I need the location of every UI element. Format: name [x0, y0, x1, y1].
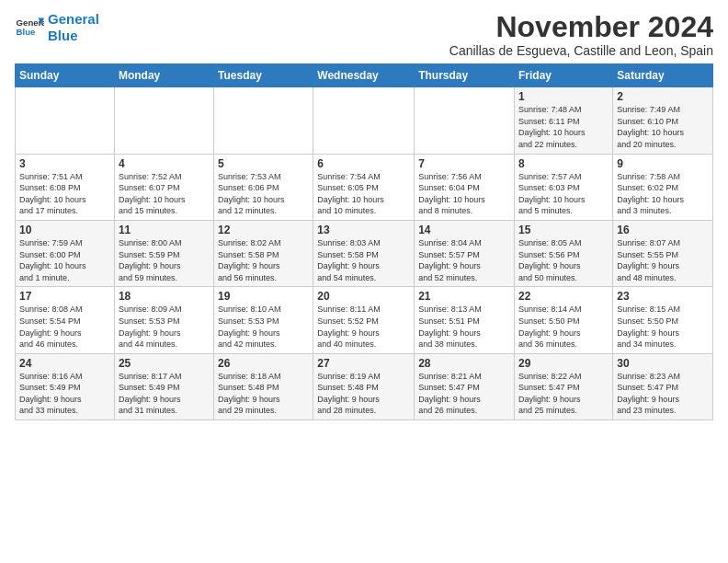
header-day-sunday: Sunday [16, 64, 115, 87]
day-info: Sunrise: 7:53 AMSunset: 6:06 PMDaylight:… [218, 171, 309, 217]
header-day-friday: Friday [515, 64, 613, 87]
day-info: Sunrise: 8:05 AMSunset: 5:56 PMDaylight:… [518, 237, 609, 283]
day-cell: 25Sunrise: 8:17 AMSunset: 5:49 PMDayligh… [114, 353, 213, 419]
day-cell [214, 87, 313, 154]
logo-icon: General Blue [15, 15, 44, 40]
day-number: 19 [218, 290, 309, 303]
day-cell: 19Sunrise: 8:10 AMSunset: 5:53 PMDayligh… [214, 287, 313, 353]
day-cell: 14Sunrise: 8:04 AMSunset: 5:57 PMDayligh… [415, 220, 515, 286]
day-cell: 15Sunrise: 8:05 AMSunset: 5:56 PMDayligh… [515, 220, 613, 286]
day-info: Sunrise: 8:14 AMSunset: 5:50 PMDaylight:… [518, 304, 609, 350]
day-info: Sunrise: 8:09 AMSunset: 5:53 PMDaylight:… [119, 304, 210, 350]
week-row-3: 10Sunrise: 7:59 AMSunset: 6:00 PMDayligh… [16, 220, 713, 286]
page: General Blue General Blue November 2024 … [0, 0, 728, 428]
day-number: 20 [317, 290, 410, 303]
day-cell: 18Sunrise: 8:09 AMSunset: 5:53 PMDayligh… [114, 287, 213, 353]
header: General Blue General Blue November 2024 … [15, 11, 713, 58]
day-info: Sunrise: 8:22 AMSunset: 5:47 PMDaylight:… [518, 371, 609, 417]
day-number: 4 [119, 157, 210, 170]
week-row-5: 24Sunrise: 8:16 AMSunset: 5:49 PMDayligh… [16, 353, 713, 419]
day-info: Sunrise: 8:04 AMSunset: 5:57 PMDaylight:… [418, 237, 510, 283]
week-row-2: 3Sunrise: 7:51 AMSunset: 6:08 PMDaylight… [16, 154, 713, 220]
day-info: Sunrise: 7:52 AMSunset: 6:07 PMDaylight:… [119, 171, 210, 217]
day-number: 1 [518, 90, 609, 103]
day-info: Sunrise: 7:48 AMSunset: 6:11 PMDaylight:… [518, 104, 609, 150]
day-cell: 4Sunrise: 7:52 AMSunset: 6:07 PMDaylight… [114, 154, 213, 220]
day-number: 30 [617, 357, 709, 370]
day-info: Sunrise: 7:57 AMSunset: 6:03 PMDaylight:… [518, 171, 609, 217]
week-row-4: 17Sunrise: 8:08 AMSunset: 5:54 PMDayligh… [16, 287, 713, 353]
day-number: 2 [617, 90, 709, 103]
day-cell: 26Sunrise: 8:18 AMSunset: 5:48 PMDayligh… [214, 353, 313, 419]
day-info: Sunrise: 8:10 AMSunset: 5:53 PMDaylight:… [218, 304, 309, 350]
day-cell: 21Sunrise: 8:13 AMSunset: 5:51 PMDayligh… [415, 287, 515, 353]
day-info: Sunrise: 7:56 AMSunset: 6:04 PMDaylight:… [418, 171, 510, 217]
title-block: November 2024 Canillas de Esgueva, Casti… [449, 11, 713, 58]
day-cell [415, 87, 515, 154]
day-info: Sunrise: 8:18 AMSunset: 5:48 PMDaylight:… [218, 371, 309, 417]
logo-text: General Blue [48, 11, 99, 44]
day-cell: 8Sunrise: 7:57 AMSunset: 6:03 PMDaylight… [515, 154, 613, 220]
header-day-monday: Monday [114, 64, 213, 87]
day-number: 16 [617, 224, 709, 236]
day-info: Sunrise: 8:19 AMSunset: 5:48 PMDaylight:… [317, 371, 410, 417]
header-day-tuesday: Tuesday [214, 64, 313, 87]
day-number: 7 [418, 157, 510, 170]
calendar-header-row: SundayMondayTuesdayWednesdayThursdayFrid… [16, 64, 713, 87]
day-cell: 22Sunrise: 8:14 AMSunset: 5:50 PMDayligh… [515, 287, 613, 353]
day-cell: 2Sunrise: 7:49 AMSunset: 6:10 PMDaylight… [613, 87, 713, 154]
day-cell: 24Sunrise: 8:16 AMSunset: 5:49 PMDayligh… [16, 353, 115, 419]
header-day-saturday: Saturday [613, 64, 713, 87]
day-cell: 6Sunrise: 7:54 AMSunset: 6:05 PMDaylight… [313, 154, 415, 220]
svg-text:Blue: Blue [17, 27, 36, 37]
day-info: Sunrise: 8:17 AMSunset: 5:49 PMDaylight:… [119, 371, 210, 417]
day-cell: 9Sunrise: 7:58 AMSunset: 6:02 PMDaylight… [613, 154, 713, 220]
calendar: SundayMondayTuesdayWednesdayThursdayFrid… [15, 63, 713, 420]
day-cell: 5Sunrise: 7:53 AMSunset: 6:06 PMDaylight… [214, 154, 313, 220]
day-cell: 29Sunrise: 8:22 AMSunset: 5:47 PMDayligh… [515, 353, 613, 419]
day-number: 11 [119, 224, 210, 236]
day-number: 27 [317, 357, 410, 370]
day-info: Sunrise: 8:15 AMSunset: 5:50 PMDaylight:… [617, 304, 709, 350]
day-cell: 30Sunrise: 8:23 AMSunset: 5:47 PMDayligh… [613, 353, 713, 419]
day-cell: 28Sunrise: 8:21 AMSunset: 5:47 PMDayligh… [415, 353, 515, 419]
day-cell [313, 87, 415, 154]
day-cell [16, 87, 115, 154]
day-number: 22 [518, 290, 609, 303]
day-info: Sunrise: 8:13 AMSunset: 5:51 PMDaylight:… [418, 304, 510, 350]
day-cell: 12Sunrise: 8:02 AMSunset: 5:58 PMDayligh… [214, 220, 313, 286]
day-number: 14 [418, 224, 510, 236]
day-number: 9 [617, 157, 709, 170]
day-number: 6 [317, 157, 410, 170]
day-info: Sunrise: 8:03 AMSunset: 5:58 PMDaylight:… [317, 237, 410, 283]
day-cell: 27Sunrise: 8:19 AMSunset: 5:48 PMDayligh… [313, 353, 415, 419]
logo: General Blue General Blue [15, 11, 99, 44]
day-info: Sunrise: 8:23 AMSunset: 5:47 PMDaylight:… [617, 371, 709, 417]
day-number: 21 [418, 290, 510, 303]
day-number: 28 [418, 357, 510, 370]
day-info: Sunrise: 8:00 AMSunset: 5:59 PMDaylight:… [119, 237, 210, 283]
day-cell: 10Sunrise: 7:59 AMSunset: 6:00 PMDayligh… [16, 220, 115, 286]
day-cell: 17Sunrise: 8:08 AMSunset: 5:54 PMDayligh… [16, 287, 115, 353]
day-cell: 3Sunrise: 7:51 AMSunset: 6:08 PMDaylight… [16, 154, 115, 220]
day-info: Sunrise: 7:49 AMSunset: 6:10 PMDaylight:… [617, 104, 709, 150]
day-number: 17 [19, 290, 110, 303]
day-number: 23 [617, 290, 709, 303]
day-cell: 16Sunrise: 8:07 AMSunset: 5:55 PMDayligh… [613, 220, 713, 286]
day-info: Sunrise: 8:08 AMSunset: 5:54 PMDaylight:… [19, 304, 110, 350]
day-cell: 11Sunrise: 8:00 AMSunset: 5:59 PMDayligh… [114, 220, 213, 286]
day-number: 29 [518, 357, 609, 370]
day-cell: 20Sunrise: 8:11 AMSunset: 5:52 PMDayligh… [313, 287, 415, 353]
day-number: 5 [218, 157, 309, 170]
day-info: Sunrise: 8:07 AMSunset: 5:55 PMDaylight:… [617, 237, 709, 283]
day-info: Sunrise: 7:58 AMSunset: 6:02 PMDaylight:… [617, 171, 709, 217]
day-cell: 23Sunrise: 8:15 AMSunset: 5:50 PMDayligh… [613, 287, 713, 353]
day-number: 25 [119, 357, 210, 370]
subtitle: Canillas de Esgueva, Castille and Leon, … [449, 43, 713, 58]
day-number: 13 [317, 224, 410, 236]
day-number: 18 [119, 290, 210, 303]
header-day-thursday: Thursday [415, 64, 515, 87]
day-number: 3 [19, 157, 110, 170]
logo-line2: Blue [48, 28, 78, 43]
day-info: Sunrise: 8:21 AMSunset: 5:47 PMDaylight:… [418, 371, 510, 417]
